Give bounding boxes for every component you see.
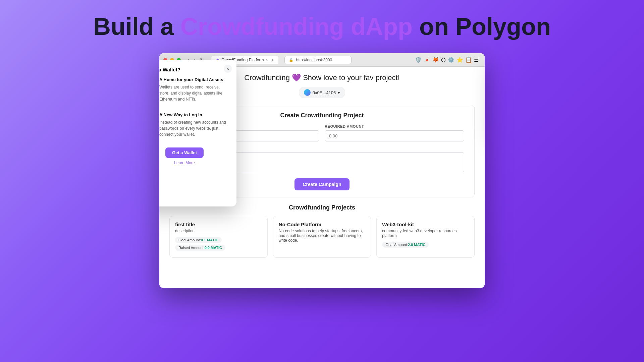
goal-badge-1: Goal Amount:0.1 MATIC: [175, 237, 222, 243]
browser-ext-icon-4[interactable]: ⬡: [441, 57, 446, 63]
required-amount-label: REQUIRED AMOUNT: [325, 124, 464, 128]
what-is-wallet-title: What is a Wallet?: [159, 67, 230, 72]
project-card-desc-1: description: [175, 229, 262, 233]
wallet-avatar: [304, 89, 311, 96]
wallet-modal: Connect a Wallet Recent 🦊 MetaMask Recom…: [159, 60, 236, 206]
new-tab-icon[interactable]: +: [271, 57, 274, 63]
projects-grid: first title description Goal Amount:0.1 …: [169, 216, 475, 258]
create-campaign-button[interactable]: Create Campaign: [294, 178, 349, 190]
project-card-desc-3: community-led web3 developer resources p…: [382, 229, 469, 238]
browser-ext-icon-6[interactable]: ⭐: [457, 57, 463, 63]
wallet-info-item-1: 💎 A Home for your Digital Assets Wallets…: [159, 77, 230, 107]
browser-actions: 🛡️ 🔺 🦊 ⬡ ⚙️ ⭐ 📋 ☰: [415, 57, 481, 63]
project-card-3: Web3-tool-kit community-led web3 develop…: [376, 216, 475, 258]
required-amount-group: REQUIRED AMOUNT: [325, 124, 464, 141]
browser-window: ‹ › ↻ ◆ CrowdFunding Platform × + 🔒 http…: [159, 53, 485, 288]
browser-ext-icon-3[interactable]: 🦊: [432, 57, 439, 63]
wallet-info-item-2: 🔐 A New Way to Log In Instead of creatin…: [159, 112, 230, 142]
wallet-info-panel: What is a Wallet? 💎 A Home for your Digi…: [159, 67, 230, 200]
digital-assets-desc: Wallets are used to send, receive, store…: [159, 84, 230, 102]
get-wallet-button[interactable]: Get a Wallet: [165, 147, 204, 158]
chevron-down-icon: ▾: [338, 90, 340, 95]
url-bar[interactable]: 🔒 http://localhost:3000: [284, 56, 352, 64]
tab-close-icon[interactable]: ×: [266, 58, 268, 62]
browser-ext-icon-1[interactable]: 🛡️: [415, 57, 422, 63]
project-card-title-2: No-Code Platform: [279, 222, 366, 227]
wallet-address-button[interactable]: 0x0E...4106 ▾: [299, 87, 345, 98]
digital-assets-title: A Home for your Digital Assets: [159, 77, 230, 82]
new-login-text: A New Way to Log In Instead of creating …: [159, 112, 230, 142]
project-card-title-3: Web3-tool-kit: [382, 222, 469, 227]
browser-ext-icon-5[interactable]: ⚙️: [448, 57, 454, 63]
new-login-desc: Instead of creating new accounts and pas…: [159, 119, 230, 137]
digital-assets-text: A Home for your Digital Assets Wallets a…: [159, 77, 230, 107]
project-card-title-1: first title: [175, 222, 262, 227]
hero-title: Build a Crowdfunding dApp on Polygon: [93, 13, 551, 40]
browser-ext-icon-7[interactable]: 📋: [465, 57, 472, 63]
raised-badge-1: Raised Amount:0.0 MATIC: [175, 245, 225, 251]
project-card-desc-2: No-code solutions to help startups, free…: [279, 229, 366, 243]
required-amount-input[interactable]: [325, 130, 464, 141]
learn-more-link[interactable]: Learn More: [159, 161, 230, 165]
project-card-1: first title description Goal Amount:0.1 …: [169, 216, 268, 258]
new-login-title: A New Way to Log In: [159, 112, 230, 117]
project-card-2: No-Code Platform No-code solutions to he…: [273, 216, 371, 258]
browser-ext-icon-2[interactable]: 🔺: [424, 57, 430, 63]
browser-menu-icon[interactable]: ☰: [474, 57, 479, 63]
modal-close-button[interactable]: ×: [224, 65, 232, 73]
goal-badge-3: Goal Amount:2.0 MATIC: [382, 242, 429, 248]
